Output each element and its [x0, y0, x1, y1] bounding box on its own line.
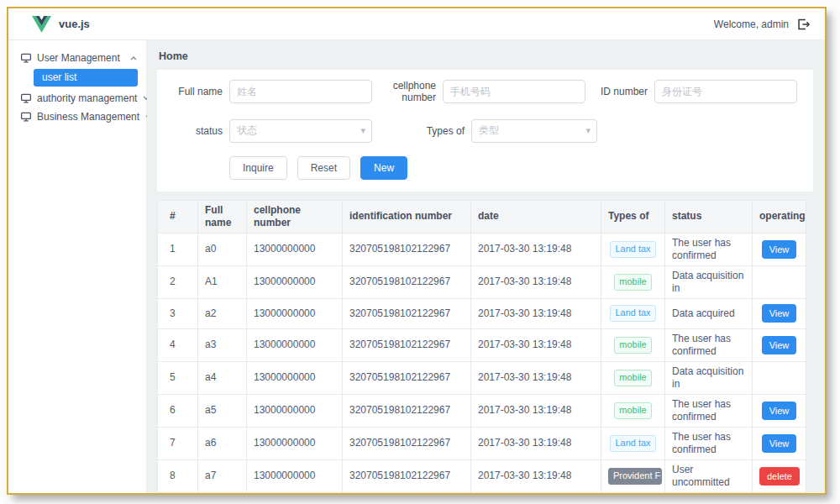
type-tag: mobile — [614, 402, 651, 419]
cell-operating: delete — [753, 459, 806, 492]
welcome-text: Welcome, admin — [714, 18, 789, 30]
type-tag: mobile — [614, 274, 651, 291]
chevron-down-icon: ▾ — [360, 125, 365, 136]
main-content: Home Full name cellphone number ID numbe… — [147, 40, 825, 493]
cell-date: 2017-03-30 13:19:48 — [471, 361, 601, 394]
full-name-input[interactable] — [229, 80, 372, 103]
sidebar-item-authority-management[interactable]: authority management — [8, 89, 146, 108]
status-label: status — [171, 125, 223, 137]
table-row: 3a2130000000003207051981021229672017-03-… — [158, 298, 806, 328]
brand[interactable]: vue.js — [32, 16, 90, 33]
cell-date: 2017-03-30 13:19:48 — [471, 265, 601, 298]
cell-cellphone: 13000000000 — [247, 233, 343, 265]
full-name-label: Full name — [171, 86, 223, 97]
cell-cellphone: 13000000000 — [247, 492, 343, 493]
id-number-input[interactable] — [654, 80, 797, 103]
cell-cellphone: 13000000000 — [247, 427, 343, 459]
cell-date: 2017-03-30 13:19:48 — [471, 328, 601, 361]
cell-index: 8 — [158, 459, 198, 492]
cell-operating: View — [753, 328, 806, 361]
cellphone-input[interactable] — [443, 80, 585, 103]
cell-type: Land tax — [601, 233, 665, 265]
cell-index: 2 — [158, 265, 198, 298]
cell-id-number: 320705198102122967 — [343, 328, 471, 361]
cell-type: mobile — [601, 328, 665, 361]
inquire-button[interactable]: Inquire — [229, 156, 287, 180]
cell-type: Land tax — [601, 427, 665, 459]
cell-full-name: a4 — [198, 361, 247, 394]
cell-status: Data acquired — [665, 298, 753, 328]
cell-index: 6 — [158, 394, 198, 427]
cell-index: 4 — [158, 328, 198, 361]
cell-status: Data acquisition in — [665, 361, 753, 394]
topbar: vue.js Welcome, admin — [8, 8, 825, 40]
table-row: 6a5130000000003207051981021229672017-03-… — [158, 394, 806, 427]
cell-date: 2017-03-30 13:19:48 — [471, 394, 601, 427]
cell-operating: View — [753, 394, 806, 427]
cell-date: 2017-03-30 13:19:48 — [471, 427, 601, 459]
cell-id-number: 320705198102122967 — [343, 394, 471, 427]
sidebar-item-business-management[interactable]: Business Management — [8, 108, 146, 126]
col-date: date — [471, 200, 601, 233]
view-button[interactable]: View — [762, 240, 797, 259]
topbar-right: Welcome, admin — [714, 18, 810, 30]
cell-full-name: a2 — [198, 298, 247, 328]
types-select[interactable]: 类型 ▾ — [471, 119, 597, 143]
sidebar-item-user-list[interactable]: user list — [34, 69, 138, 86]
app-window: vue.js Welcome, admin User Management — [7, 7, 827, 495]
cell-full-name: A8 — [198, 492, 247, 493]
cell-id-number: 320705198102122967 — [343, 265, 471, 298]
types-select-placeholder: 类型 — [479, 123, 499, 138]
form-row-inputs: Full name cellphone number ID number — [171, 80, 800, 104]
cell-type: Provident Fund — [601, 459, 665, 492]
cell-cellphone: 13000000000 — [247, 298, 343, 328]
delete-button[interactable]: delete — [759, 467, 800, 486]
user-table: # Full name cellphone number identificat… — [157, 200, 806, 493]
table-row: 8a7130000000003207051981021229672017-03-… — [158, 459, 806, 492]
col-full-name: Full name — [198, 200, 247, 233]
cell-cellphone: 13000000000 — [247, 328, 343, 361]
new-button[interactable]: New — [360, 156, 407, 180]
type-tag: Provident Fund — [608, 468, 662, 485]
status-select-placeholder: 状态 — [237, 123, 257, 138]
cell-id-number: 320705198102122967 — [343, 427, 471, 459]
cell-status: Data acquisition in — [665, 265, 753, 298]
type-tag: mobile — [614, 337, 651, 354]
status-select[interactable]: 状态 ▾ — [229, 119, 372, 143]
view-button[interactable]: View — [762, 402, 797, 420]
col-types: Types of — [601, 200, 665, 233]
view-button[interactable]: View — [762, 304, 797, 323]
logout-icon[interactable] — [797, 18, 810, 30]
chevron-down-icon: ▾ — [585, 125, 591, 136]
cell-type: Land tax — [601, 492, 665, 493]
view-button[interactable]: View — [762, 336, 797, 354]
cell-date: 2017-03-30 13:19:48 — [471, 298, 601, 328]
type-tag: mobile — [614, 370, 651, 386]
table-row: 7a6130000000003207051981021229672017-03-… — [158, 427, 806, 459]
cell-full-name: a3 — [198, 328, 247, 361]
cell-full-name: a6 — [198, 427, 247, 459]
col-status: status — [665, 200, 753, 233]
type-tag: Land tax — [610, 435, 655, 452]
chevron-up-icon — [129, 55, 138, 62]
sidebar-item-user-management[interactable]: User Management — [8, 49, 146, 67]
cell-status: The user has confirmed — [665, 492, 753, 493]
col-cellphone: cellphone number — [247, 200, 343, 233]
cell-index: 1 — [158, 233, 198, 265]
reset-button[interactable]: Reset — [297, 156, 350, 180]
cell-cellphone: 13000000000 — [247, 394, 343, 427]
cell-operating: View — [753, 427, 806, 459]
cell-status: The user has confirmed — [665, 427, 753, 459]
cell-cellphone: 13000000000 — [247, 265, 343, 298]
cell-type: mobile — [601, 394, 665, 427]
sidebar: User Management user list authority mana… — [8, 40, 147, 493]
brand-name: vue.js — [59, 18, 90, 30]
search-form: Full name cellphone number ID number sta… — [157, 70, 813, 192]
col-index: # — [158, 200, 198, 233]
cell-operating — [753, 361, 806, 394]
type-tag: Land tax — [610, 305, 655, 322]
id-number-label: ID number — [594, 86, 648, 97]
table-row: 5a4130000000003207051981021229672017-03-… — [158, 361, 806, 394]
view-button[interactable]: View — [762, 434, 797, 453]
form-row-selects: status 状态 ▾ Types of 类型 ▾ — [171, 119, 800, 143]
